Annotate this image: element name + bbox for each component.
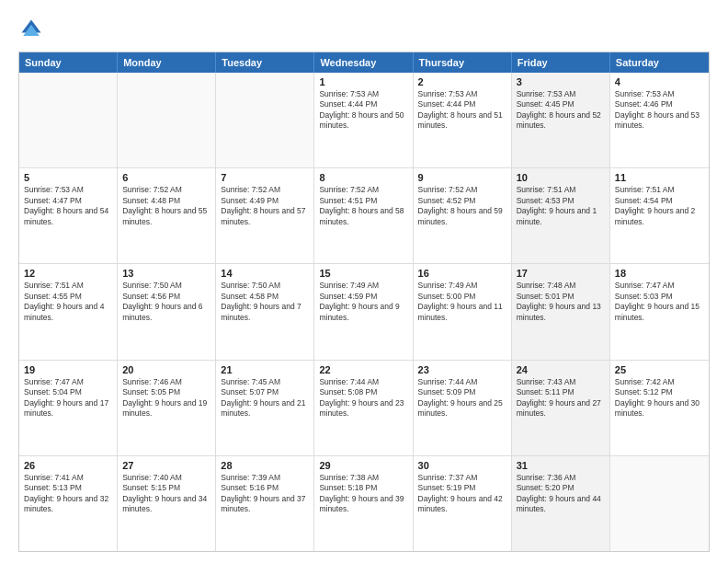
cell-text: Sunrise: 7:44 AM Sunset: 5:09 PM Dayligh… — [418, 377, 506, 419]
calendar-cell: 22Sunrise: 7:44 AM Sunset: 5:08 PM Dayli… — [314, 361, 413, 455]
day-number: 10 — [517, 172, 605, 183]
day-number: 15 — [319, 268, 407, 279]
cell-text: Sunrise: 7:53 AM Sunset: 4:46 PM Dayligh… — [615, 89, 704, 132]
day-number: 31 — [517, 460, 605, 471]
cell-text: Sunrise: 7:52 AM Sunset: 4:52 PM Dayligh… — [418, 185, 506, 227]
calendar-cell: 26Sunrise: 7:41 AM Sunset: 5:13 PM Dayli… — [19, 456, 118, 551]
calendar-weekday-tuesday: Tuesday — [216, 52, 314, 73]
calendar-cell: 15Sunrise: 7:49 AM Sunset: 4:59 PM Dayli… — [314, 264, 413, 359]
calendar-cell: 5Sunrise: 7:53 AM Sunset: 4:47 PM Daylig… — [19, 168, 118, 263]
calendar-row-2: 5Sunrise: 7:53 AM Sunset: 4:47 PM Daylig… — [19, 167, 709, 263]
cell-text: Sunrise: 7:47 AM Sunset: 5:03 PM Dayligh… — [615, 281, 704, 323]
day-number: 22 — [319, 364, 407, 375]
day-number: 25 — [615, 364, 704, 375]
cell-text: Sunrise: 7:41 AM Sunset: 5:13 PM Dayligh… — [24, 473, 112, 515]
day-number: 21 — [221, 364, 309, 375]
calendar-cell: 3Sunrise: 7:53 AM Sunset: 4:45 PM Daylig… — [512, 73, 610, 167]
cell-text: Sunrise: 7:42 AM Sunset: 5:12 PM Dayligh… — [615, 377, 704, 419]
calendar-row-5: 26Sunrise: 7:41 AM Sunset: 5:13 PM Dayli… — [19, 455, 709, 551]
logo-icon — [18, 17, 44, 42]
day-number: 3 — [517, 76, 605, 87]
header — [18, 17, 710, 42]
day-number: 20 — [122, 364, 210, 375]
calendar-cell — [19, 73, 118, 167]
day-number: 18 — [615, 268, 704, 279]
cell-text: Sunrise: 7:37 AM Sunset: 5:19 PM Dayligh… — [418, 473, 506, 515]
day-number: 24 — [517, 364, 605, 375]
calendar-cell: 31Sunrise: 7:36 AM Sunset: 5:20 PM Dayli… — [512, 456, 610, 551]
cell-text: Sunrise: 7:47 AM Sunset: 5:04 PM Dayligh… — [24, 377, 112, 419]
calendar-cell: 7Sunrise: 7:52 AM Sunset: 4:49 PM Daylig… — [216, 168, 314, 263]
calendar-cell — [610, 456, 709, 551]
calendar-cell: 11Sunrise: 7:51 AM Sunset: 4:54 PM Dayli… — [610, 168, 709, 263]
day-number: 12 — [24, 268, 112, 279]
calendar-cell: 18Sunrise: 7:47 AM Sunset: 5:03 PM Dayli… — [610, 264, 709, 359]
cell-text: Sunrise: 7:53 AM Sunset: 4:44 PM Dayligh… — [319, 89, 407, 132]
calendar-body: 1Sunrise: 7:53 AM Sunset: 4:44 PM Daylig… — [19, 73, 709, 551]
day-number: 30 — [418, 460, 506, 471]
calendar-cell: 24Sunrise: 7:43 AM Sunset: 5:11 PM Dayli… — [512, 361, 610, 455]
day-number: 1 — [319, 76, 407, 87]
calendar-cell: 1Sunrise: 7:53 AM Sunset: 4:44 PM Daylig… — [314, 73, 413, 167]
calendar-cell: 28Sunrise: 7:39 AM Sunset: 5:16 PM Dayli… — [216, 456, 314, 551]
calendar-cell: 19Sunrise: 7:47 AM Sunset: 5:04 PM Dayli… — [19, 361, 118, 455]
cell-text: Sunrise: 7:51 AM Sunset: 4:53 PM Dayligh… — [517, 185, 605, 227]
cell-text: Sunrise: 7:51 AM Sunset: 4:54 PM Dayligh… — [615, 185, 704, 227]
cell-text: Sunrise: 7:51 AM Sunset: 4:55 PM Dayligh… — [24, 281, 112, 323]
day-number: 19 — [24, 364, 112, 375]
calendar-cell: 4Sunrise: 7:53 AM Sunset: 4:46 PM Daylig… — [610, 73, 709, 167]
cell-text: Sunrise: 7:39 AM Sunset: 5:16 PM Dayligh… — [221, 473, 309, 515]
day-number: 8 — [319, 172, 407, 183]
calendar-row-3: 12Sunrise: 7:51 AM Sunset: 4:55 PM Dayli… — [19, 263, 709, 359]
cell-text: Sunrise: 7:50 AM Sunset: 4:58 PM Dayligh… — [221, 281, 309, 323]
calendar-cell: 13Sunrise: 7:50 AM Sunset: 4:56 PM Dayli… — [118, 264, 216, 359]
cell-text: Sunrise: 7:52 AM Sunset: 4:49 PM Dayligh… — [221, 185, 309, 227]
calendar-cell: 17Sunrise: 7:48 AM Sunset: 5:01 PM Dayli… — [512, 264, 610, 359]
calendar-cell: 25Sunrise: 7:42 AM Sunset: 5:12 PM Dayli… — [610, 361, 709, 455]
cell-text: Sunrise: 7:44 AM Sunset: 5:08 PM Dayligh… — [319, 377, 407, 419]
day-number: 16 — [418, 268, 506, 279]
cell-text: Sunrise: 7:49 AM Sunset: 4:59 PM Dayligh… — [319, 281, 407, 323]
calendar-row-4: 19Sunrise: 7:47 AM Sunset: 5:04 PM Dayli… — [19, 360, 709, 455]
calendar-cell: 12Sunrise: 7:51 AM Sunset: 4:55 PM Dayli… — [19, 264, 118, 359]
cell-text: Sunrise: 7:53 AM Sunset: 4:44 PM Dayligh… — [418, 89, 506, 132]
calendar-cell: 23Sunrise: 7:44 AM Sunset: 5:09 PM Dayli… — [414, 361, 512, 455]
day-number: 5 — [24, 172, 112, 183]
day-number: 2 — [418, 76, 506, 87]
page: SundayMondayTuesdayWednesdayThursdayFrid… — [0, 0, 728, 563]
day-number: 17 — [517, 268, 605, 279]
day-number: 26 — [24, 460, 112, 471]
calendar-weekday-thursday: Thursday — [414, 52, 512, 73]
cell-text: Sunrise: 7:43 AM Sunset: 5:11 PM Dayligh… — [517, 377, 605, 419]
calendar-header: SundayMondayTuesdayWednesdayThursdayFrid… — [19, 52, 709, 73]
calendar-cell: 8Sunrise: 7:52 AM Sunset: 4:51 PM Daylig… — [314, 168, 413, 263]
cell-text: Sunrise: 7:49 AM Sunset: 5:00 PM Dayligh… — [418, 281, 506, 323]
calendar-cell: 27Sunrise: 7:40 AM Sunset: 5:15 PM Dayli… — [118, 456, 216, 551]
cell-text: Sunrise: 7:53 AM Sunset: 4:45 PM Dayligh… — [517, 89, 605, 132]
cell-text: Sunrise: 7:45 AM Sunset: 5:07 PM Dayligh… — [221, 377, 309, 419]
calendar-weekday-sunday: Sunday — [19, 52, 118, 73]
calendar-cell — [216, 73, 314, 167]
calendar-cell: 16Sunrise: 7:49 AM Sunset: 5:00 PM Dayli… — [414, 264, 512, 359]
calendar-cell — [118, 73, 216, 167]
calendar-cell: 20Sunrise: 7:46 AM Sunset: 5:05 PM Dayli… — [118, 361, 216, 455]
calendar: SundayMondayTuesdayWednesdayThursdayFrid… — [18, 52, 710, 552]
day-number: 9 — [418, 172, 506, 183]
cell-text: Sunrise: 7:40 AM Sunset: 5:15 PM Dayligh… — [122, 473, 210, 515]
day-number: 13 — [122, 268, 210, 279]
logo — [18, 17, 48, 42]
calendar-weekday-wednesday: Wednesday — [314, 52, 413, 73]
day-number: 4 — [615, 76, 704, 87]
day-number: 6 — [122, 172, 210, 183]
day-number: 23 — [418, 364, 506, 375]
cell-text: Sunrise: 7:48 AM Sunset: 5:01 PM Dayligh… — [517, 281, 605, 323]
calendar-cell: 6Sunrise: 7:52 AM Sunset: 4:48 PM Daylig… — [118, 168, 216, 263]
cell-text: Sunrise: 7:53 AM Sunset: 4:47 PM Dayligh… — [24, 185, 112, 227]
calendar-cell: 2Sunrise: 7:53 AM Sunset: 4:44 PM Daylig… — [414, 73, 512, 167]
cell-text: Sunrise: 7:46 AM Sunset: 5:05 PM Dayligh… — [122, 377, 210, 419]
cell-text: Sunrise: 7:36 AM Sunset: 5:20 PM Dayligh… — [517, 473, 605, 515]
cell-text: Sunrise: 7:38 AM Sunset: 5:18 PM Dayligh… — [319, 473, 407, 515]
calendar-cell: 29Sunrise: 7:38 AM Sunset: 5:18 PM Dayli… — [314, 456, 413, 551]
calendar-cell: 10Sunrise: 7:51 AM Sunset: 4:53 PM Dayli… — [512, 168, 610, 263]
calendar-weekday-saturday: Saturday — [610, 52, 709, 73]
